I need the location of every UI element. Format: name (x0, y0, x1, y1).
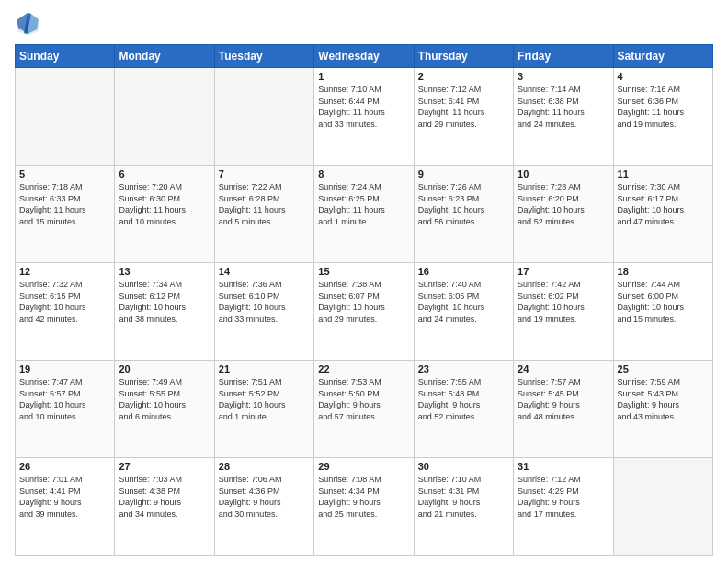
day-detail: Sunrise: 7:59 AM Sunset: 5:43 PM Dayligh… (618, 376, 709, 422)
calendar-cell: 11Sunrise: 7:30 AM Sunset: 6:17 PM Dayli… (613, 166, 712, 263)
calendar-cell: 1Sunrise: 7:10 AM Sunset: 6:44 PM Daylig… (314, 68, 414, 166)
day-detail: Sunrise: 7:14 AM Sunset: 6:38 PM Dayligh… (518, 84, 609, 130)
day-number: 30 (418, 461, 509, 472)
day-number: 18 (618, 266, 709, 277)
calendar-cell: 2Sunrise: 7:12 AM Sunset: 6:41 PM Daylig… (414, 68, 513, 166)
day-number: 25 (618, 363, 709, 374)
calendar-cell: 6Sunrise: 7:20 AM Sunset: 6:30 PM Daylig… (115, 166, 214, 263)
day-number: 27 (119, 461, 210, 472)
weekday-header-row: SundayMondayTuesdayWednesdayThursdayFrid… (16, 45, 713, 68)
day-detail: Sunrise: 7:42 AM Sunset: 6:02 PM Dayligh… (518, 279, 609, 325)
calendar-cell: 26Sunrise: 7:01 AM Sunset: 4:41 PM Dayli… (16, 458, 115, 556)
calendar-cell: 31Sunrise: 7:12 AM Sunset: 4:29 PM Dayli… (514, 458, 613, 556)
day-detail: Sunrise: 7:44 AM Sunset: 6:00 PM Dayligh… (618, 279, 709, 325)
calendar-cell: 29Sunrise: 7:08 AM Sunset: 4:34 PM Dayli… (314, 458, 414, 556)
day-number: 22 (318, 363, 409, 374)
day-detail: Sunrise: 7:01 AM Sunset: 4:41 PM Dayligh… (19, 474, 110, 520)
calendar-cell: 24Sunrise: 7:57 AM Sunset: 5:45 PM Dayli… (514, 361, 613, 458)
day-detail: Sunrise: 7:16 AM Sunset: 6:36 PM Dayligh… (618, 84, 709, 130)
day-number: 9 (418, 168, 509, 179)
day-number: 1 (318, 71, 409, 82)
day-detail: Sunrise: 7:24 AM Sunset: 6:25 PM Dayligh… (318, 181, 409, 227)
day-detail: Sunrise: 7:08 AM Sunset: 4:34 PM Dayligh… (318, 474, 409, 520)
weekday-header-monday: Monday (115, 45, 214, 68)
day-detail: Sunrise: 7:20 AM Sunset: 6:30 PM Dayligh… (119, 181, 210, 227)
calendar-cell: 19Sunrise: 7:47 AM Sunset: 5:57 PM Dayli… (16, 361, 115, 458)
calendar-cell: 15Sunrise: 7:38 AM Sunset: 6:07 PM Dayli… (314, 263, 414, 361)
calendar-week-1: 1Sunrise: 7:10 AM Sunset: 6:44 PM Daylig… (16, 68, 713, 166)
calendar-cell: 27Sunrise: 7:03 AM Sunset: 4:38 PM Dayli… (115, 458, 214, 556)
weekday-header-tuesday: Tuesday (214, 45, 313, 68)
day-detail: Sunrise: 7:26 AM Sunset: 6:23 PM Dayligh… (418, 181, 509, 227)
day-detail: Sunrise: 7:47 AM Sunset: 5:57 PM Dayligh… (19, 376, 110, 422)
page: SundayMondayTuesdayWednesdayThursdayFrid… (0, 0, 728, 563)
day-number: 19 (19, 363, 110, 374)
calendar-cell: 30Sunrise: 7:10 AM Sunset: 4:31 PM Dayli… (414, 458, 513, 556)
day-detail: Sunrise: 7:03 AM Sunset: 4:38 PM Dayligh… (119, 474, 210, 520)
calendar-table: SundayMondayTuesdayWednesdayThursdayFrid… (15, 44, 713, 556)
day-number: 10 (518, 168, 609, 179)
day-detail: Sunrise: 7:40 AM Sunset: 6:05 PM Dayligh… (418, 279, 509, 325)
day-detail: Sunrise: 7:49 AM Sunset: 5:55 PM Dayligh… (119, 376, 210, 422)
day-number: 26 (19, 461, 110, 472)
calendar-cell: 10Sunrise: 7:28 AM Sunset: 6:20 PM Dayli… (514, 166, 613, 263)
day-number: 6 (119, 168, 210, 179)
logo-icon (15, 11, 40, 37)
day-number: 12 (19, 266, 110, 277)
day-detail: Sunrise: 7:22 AM Sunset: 6:28 PM Dayligh… (219, 181, 310, 227)
day-number: 16 (418, 266, 509, 277)
day-detail: Sunrise: 7:30 AM Sunset: 6:17 PM Dayligh… (618, 181, 709, 227)
day-number: 24 (518, 363, 609, 374)
day-detail: Sunrise: 7:51 AM Sunset: 5:52 PM Dayligh… (219, 376, 310, 422)
day-number: 21 (219, 363, 310, 374)
calendar-cell: 3Sunrise: 7:14 AM Sunset: 6:38 PM Daylig… (514, 68, 613, 166)
calendar-cell: 28Sunrise: 7:06 AM Sunset: 4:36 PM Dayli… (214, 458, 313, 556)
calendar-cell: 5Sunrise: 7:18 AM Sunset: 6:33 PM Daylig… (16, 166, 115, 263)
day-number: 15 (318, 266, 409, 277)
calendar-cell: 23Sunrise: 7:55 AM Sunset: 5:48 PM Dayli… (414, 361, 513, 458)
weekday-header-saturday: Saturday (613, 45, 712, 68)
day-detail: Sunrise: 7:53 AM Sunset: 5:50 PM Dayligh… (318, 376, 409, 422)
header (15, 11, 713, 37)
day-detail: Sunrise: 7:10 AM Sunset: 6:44 PM Dayligh… (318, 84, 409, 130)
calendar-cell: 21Sunrise: 7:51 AM Sunset: 5:52 PM Dayli… (214, 361, 313, 458)
calendar-cell: 20Sunrise: 7:49 AM Sunset: 5:55 PM Dayli… (115, 361, 214, 458)
day-number: 5 (19, 168, 110, 179)
calendar-week-2: 5Sunrise: 7:18 AM Sunset: 6:33 PM Daylig… (16, 166, 713, 263)
calendar-week-4: 19Sunrise: 7:47 AM Sunset: 5:57 PM Dayli… (16, 361, 713, 458)
day-detail: Sunrise: 7:06 AM Sunset: 4:36 PM Dayligh… (219, 474, 310, 520)
day-number: 29 (318, 461, 409, 472)
day-detail: Sunrise: 7:18 AM Sunset: 6:33 PM Dayligh… (19, 181, 110, 227)
calendar-cell (214, 68, 313, 166)
day-detail: Sunrise: 7:57 AM Sunset: 5:45 PM Dayligh… (518, 376, 609, 422)
calendar-cell: 18Sunrise: 7:44 AM Sunset: 6:00 PM Dayli… (613, 263, 712, 361)
day-detail: Sunrise: 7:55 AM Sunset: 5:48 PM Dayligh… (418, 376, 509, 422)
day-detail: Sunrise: 7:32 AM Sunset: 6:15 PM Dayligh… (19, 279, 110, 325)
day-detail: Sunrise: 7:36 AM Sunset: 6:10 PM Dayligh… (219, 279, 310, 325)
calendar-cell (16, 68, 115, 166)
calendar-cell: 16Sunrise: 7:40 AM Sunset: 6:05 PM Dayli… (414, 263, 513, 361)
day-number: 11 (618, 168, 709, 179)
calendar-cell: 17Sunrise: 7:42 AM Sunset: 6:02 PM Dayli… (514, 263, 613, 361)
calendar-cell: 22Sunrise: 7:53 AM Sunset: 5:50 PM Dayli… (314, 361, 414, 458)
calendar-week-3: 12Sunrise: 7:32 AM Sunset: 6:15 PM Dayli… (16, 263, 713, 361)
day-detail: Sunrise: 7:38 AM Sunset: 6:07 PM Dayligh… (318, 279, 409, 325)
day-number: 13 (119, 266, 210, 277)
day-number: 8 (318, 168, 409, 179)
day-number: 17 (518, 266, 609, 277)
calendar-cell: 4Sunrise: 7:16 AM Sunset: 6:36 PM Daylig… (613, 68, 712, 166)
calendar-cell (613, 458, 712, 556)
weekday-header-friday: Friday (514, 45, 613, 68)
day-number: 14 (219, 266, 310, 277)
weekday-header-wednesday: Wednesday (314, 45, 414, 68)
calendar-cell: 8Sunrise: 7:24 AM Sunset: 6:25 PM Daylig… (314, 166, 414, 263)
day-number: 2 (418, 71, 509, 82)
calendar-cell: 14Sunrise: 7:36 AM Sunset: 6:10 PM Dayli… (214, 263, 313, 361)
day-number: 23 (418, 363, 509, 374)
day-number: 7 (219, 168, 310, 179)
day-detail: Sunrise: 7:28 AM Sunset: 6:20 PM Dayligh… (518, 181, 609, 227)
day-detail: Sunrise: 7:34 AM Sunset: 6:12 PM Dayligh… (119, 279, 210, 325)
calendar-cell: 12Sunrise: 7:32 AM Sunset: 6:15 PM Dayli… (16, 263, 115, 361)
logo (15, 11, 44, 37)
day-number: 3 (518, 71, 609, 82)
